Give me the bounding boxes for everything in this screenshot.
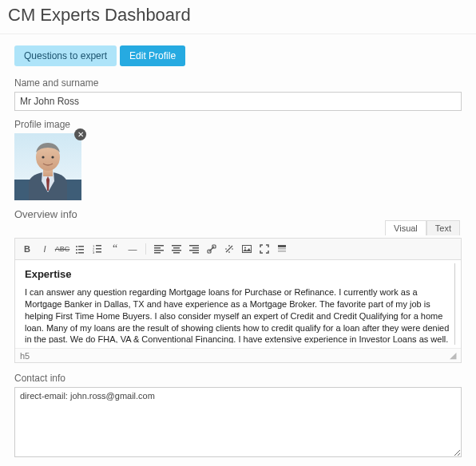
svg-point-9 — [76, 249, 77, 251]
bold-icon[interactable]: B — [22, 243, 33, 255]
svg-rect-27 — [189, 245, 199, 247]
svg-rect-21 — [154, 250, 164, 251]
svg-rect-10 — [78, 249, 84, 251]
svg-rect-8 — [78, 246, 84, 247]
svg-point-11 — [76, 252, 77, 254]
svg-rect-24 — [173, 247, 180, 249]
blockquote-icon[interactable]: “ — [109, 243, 121, 255]
editor-paragraph: I can answer any question regarding Mort… — [25, 286, 451, 343]
svg-point-34 — [244, 247, 246, 249]
editor-tab-visual[interactable]: Visual — [385, 220, 426, 235]
svg-rect-12 — [78, 252, 84, 254]
fullscreen-icon[interactable] — [259, 243, 270, 255]
dashboard-tabs: Questions to expert Edit Profile — [14, 45, 462, 66]
svg-rect-23 — [172, 245, 181, 247]
svg-rect-19 — [154, 245, 164, 247]
editor-mode-tabs: Visual Text — [385, 220, 460, 235]
editor-element-path: h5 — [20, 351, 30, 361]
name-label: Name and surname — [14, 77, 462, 89]
name-input[interactable] — [14, 92, 462, 111]
svg-rect-26 — [173, 252, 180, 254]
strikethrough-icon[interactable]: ABC — [57, 243, 68, 255]
link-icon[interactable] — [206, 243, 217, 255]
hr-icon[interactable]: — — [127, 243, 138, 255]
editor-body[interactable]: Expertise I can answer any question rega… — [15, 260, 461, 348]
svg-rect-14 — [96, 245, 101, 247]
svg-rect-28 — [192, 247, 199, 249]
overview-info-label: Overview info — [14, 208, 462, 220]
editor-status-bar: h5 ◢ — [15, 348, 461, 362]
svg-rect-20 — [154, 247, 161, 249]
svg-rect-30 — [192, 252, 199, 254]
svg-rect-18 — [96, 251, 101, 253]
svg-rect-36 — [278, 248, 286, 250]
svg-rect-33 — [243, 246, 252, 253]
align-right-icon[interactable] — [188, 243, 200, 255]
svg-rect-22 — [154, 252, 161, 254]
svg-point-4 — [42, 156, 44, 158]
svg-point-7 — [76, 246, 77, 247]
svg-rect-25 — [172, 250, 181, 251]
editor-toolbar: B I ABC 123 “ — — [15, 239, 461, 260]
remove-image-icon[interactable]: ✕ — [74, 128, 86, 140]
numbered-list-icon[interactable]: 123 — [92, 243, 103, 255]
svg-point-5 — [51, 156, 54, 158]
editor-tab-text[interactable]: Text — [426, 220, 460, 235]
align-center-icon[interactable] — [171, 243, 182, 255]
editor-resize-handle[interactable]: ◢ — [450, 350, 456, 361]
tab-questions-to-expert[interactable]: Questions to expert — [14, 45, 117, 66]
profile-image-wrap: ✕ — [14, 133, 81, 200]
image-icon[interactable] — [241, 243, 252, 255]
contact-info-label: Contact info — [14, 373, 462, 384]
bullet-list-icon[interactable] — [74, 243, 85, 255]
tab-edit-profile[interactable]: Edit Profile — [120, 45, 185, 66]
align-left-icon[interactable] — [153, 243, 165, 255]
svg-rect-29 — [189, 250, 199, 251]
page-title: CM Experts Dashboard — [0, 0, 476, 34]
svg-rect-35 — [278, 245, 286, 247]
rich-text-editor: B I ABC 123 “ — — [14, 238, 462, 363]
avatar — [14, 133, 81, 200]
editor-heading: Expertise — [25, 268, 451, 280]
unlink-icon[interactable] — [224, 243, 235, 255]
svg-text:3: 3 — [93, 251, 95, 254]
svg-rect-16 — [96, 248, 101, 250]
svg-rect-37 — [278, 251, 286, 252]
italic-icon[interactable]: I — [39, 243, 50, 255]
contact-info-textarea[interactable]: direct-email: john.ross@gmail.com — [14, 387, 462, 457]
more-icon[interactable] — [276, 243, 288, 255]
